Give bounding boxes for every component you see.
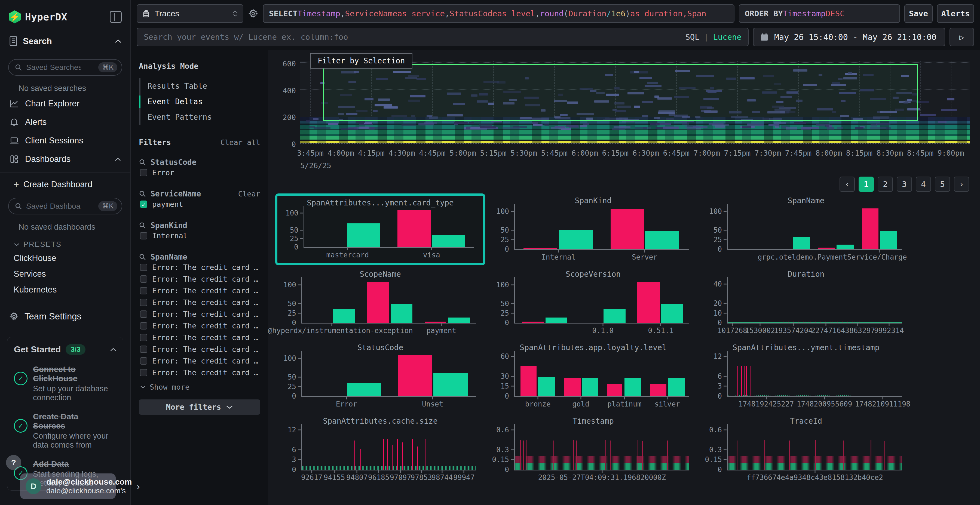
- alerts-button[interactable]: Alerts: [937, 4, 974, 23]
- checkbox[interactable]: [140, 346, 147, 353]
- mini-chart-timestamp[interactable]: Timestamp00.150.30.62025-05-27T04:09:31.…: [488, 414, 698, 486]
- spike: [554, 440, 554, 470]
- mini-chart-trace-id[interactable]: TraceId00.150.30.6ff736674e4a9348c43e815…: [701, 414, 911, 486]
- presets-toggle[interactable]: PRESETS: [7, 233, 123, 250]
- more-filters-button[interactable]: More filters: [139, 399, 260, 414]
- preset-services[interactable]: Services: [7, 266, 123, 282]
- checkbox[interactable]: [140, 334, 147, 341]
- page-next-button[interactable]: ›: [954, 176, 969, 192]
- filter-group-name: SpanKind: [151, 221, 187, 230]
- mini-chart-loyalty-level[interactable]: SpanAttributes.app.loyalty.level0153060b…: [488, 340, 698, 412]
- tab-event-deltas[interactable]: Event Deltas: [140, 94, 260, 110]
- x-tick-label: 97853: [411, 473, 432, 481]
- search-icon: [139, 253, 146, 260]
- sidebar-item-client-sessions[interactable]: Client Sessions: [7, 132, 123, 150]
- mini-chart-scope-name[interactable]: ScopeName02550100@hyperdx/instrumentatio…: [275, 267, 485, 339]
- save-button[interactable]: Save: [904, 4, 932, 23]
- filter-option-Error: The credit card …[interactable]: Error: The credit card …: [139, 285, 260, 297]
- checkbox[interactable]: [140, 169, 147, 176]
- selection-overlay[interactable]: [323, 64, 918, 121]
- mini-chart-status-code[interactable]: StatusCode02550100ErrorUnset: [275, 340, 485, 412]
- mini-chart-span-kind[interactable]: SpanKind02550100InternalServer: [488, 194, 698, 265]
- y-tick-mark: [724, 356, 727, 357]
- tab-results-table[interactable]: Results Table: [140, 78, 260, 94]
- event-search-bar[interactable]: SQL | Lucene: [137, 28, 749, 46]
- sql-query-input[interactable]: SELECT Timestamp, ServiceName as service…: [263, 4, 735, 23]
- preset-clickhouse[interactable]: ClickHouse: [7, 250, 123, 266]
- filter-option-Error: The credit card …[interactable]: Error: The credit card …: [139, 297, 260, 308]
- filter-option-Error: The credit card …[interactable]: Error: The credit card …: [139, 343, 260, 355]
- checkbox[interactable]: [140, 357, 147, 365]
- filter-option-Error: The credit card …[interactable]: Error: The credit card …: [139, 262, 260, 273]
- preset-kubernetes[interactable]: Kubernetes: [7, 282, 123, 298]
- checkbox[interactable]: [140, 322, 147, 329]
- sidebar-collapse-icon[interactable]: [110, 11, 122, 23]
- heatmap-plot[interactable]: [300, 61, 970, 144]
- checkbox[interactable]: [140, 275, 147, 283]
- mini-chart-scope-version[interactable]: ScopeVersion025501000.1.00.51.1: [488, 267, 698, 339]
- mini-chart-cache-size[interactable]: SpanAttributes.cache.size036129261794155…: [275, 414, 485, 486]
- sidebar-item-team-settings[interactable]: Team Settings: [7, 298, 123, 324]
- event-search-input[interactable]: [144, 32, 680, 41]
- language-lucene-option[interactable]: Lucene: [713, 32, 741, 41]
- filter-option-Internal[interactable]: Internal: [139, 230, 260, 241]
- page-button-1[interactable]: 1: [859, 176, 874, 192]
- filter-option-Error: The credit card …[interactable]: Error: The credit card …: [139, 273, 260, 285]
- date-range-picker[interactable]: May 26 15:40:00 - May 26 21:10:00: [753, 28, 945, 46]
- chevron-up-icon[interactable]: [115, 157, 121, 161]
- filter-option-Error: The credit card …[interactable]: Error: The credit card …: [139, 332, 260, 343]
- filter-option-label: Error: The credit card …: [152, 310, 258, 318]
- filter-option-Error: The credit card …[interactable]: Error: The credit card …: [139, 320, 260, 332]
- source-select[interactable]: Traces: [137, 4, 243, 23]
- chevron-up-icon[interactable]: [110, 348, 116, 351]
- clear-all-button[interactable]: Clear all: [221, 138, 260, 147]
- order-by-input[interactable]: ORDER BY Timestamp DESC: [739, 4, 900, 23]
- checkbox[interactable]: [140, 200, 147, 208]
- filter-option-Error: The credit card …[interactable]: Error: The credit card …: [139, 355, 260, 367]
- filter-option-payment[interactable]: payment: [139, 199, 260, 210]
- checkbox[interactable]: [140, 299, 147, 306]
- user-menu[interactable]: D dale@clickhouse.com dale@clickhouse.co…: [20, 473, 116, 499]
- x-tick-label: 5:00pm: [449, 149, 476, 157]
- saved-searches-search[interactable]: ⌘K: [8, 59, 122, 76]
- heatmap-cell: [920, 114, 935, 116]
- checkbox[interactable]: [140, 287, 147, 294]
- saved-dashboards-input[interactable]: [26, 202, 81, 211]
- page-prev-button[interactable]: ‹: [840, 176, 855, 192]
- page-button-2[interactable]: 2: [878, 176, 893, 192]
- mini-chart-duration[interactable]: Duration01020401017268153000219357420422…: [701, 267, 911, 339]
- sidebar-item-search[interactable]: Search: [7, 25, 123, 52]
- saved-dashboards-search[interactable]: ⌘K: [8, 198, 122, 214]
- filter-clear-button[interactable]: Clear: [238, 190, 260, 198]
- checkbox[interactable]: [140, 264, 147, 271]
- page-button-4[interactable]: 4: [916, 176, 931, 192]
- source-settings-gear-icon[interactable]: [248, 4, 259, 23]
- saved-searches-input[interactable]: [26, 63, 81, 72]
- filter-by-selection-button[interactable]: Filter by Selection: [310, 53, 412, 68]
- avatar: D: [25, 478, 41, 494]
- filter-option-Error: The credit card …[interactable]: Error: The credit card …: [139, 367, 260, 378]
- tab-event-patterns[interactable]: Event Patterns: [140, 110, 260, 125]
- sidebar-item-chart-explorer[interactable]: Chart Explorer: [7, 94, 123, 113]
- filter-option-Error[interactable]: Error: [139, 167, 260, 178]
- get-started-step[interactable]: ✓ Connect to ClickHouse Set up your data…: [14, 365, 116, 402]
- language-sql-option[interactable]: SQL: [685, 32, 699, 41]
- filter-option-Error: The credit card …[interactable]: Error: The credit card …: [139, 308, 260, 320]
- checkbox[interactable]: [140, 232, 147, 240]
- page-button-5[interactable]: 5: [935, 176, 950, 192]
- page-button-3[interactable]: 3: [897, 176, 912, 192]
- sidebar-item-alerts[interactable]: Alerts: [7, 113, 123, 132]
- run-query-button[interactable]: ▷: [950, 28, 974, 46]
- get-started-step[interactable]: ✓ Create Data Sources Configure where yo…: [14, 412, 116, 449]
- mini-chart-payment-timestamp[interactable]: SpanAttributes...yment.timestamp03612174…: [701, 340, 911, 412]
- create-dashboard-button[interactable]: + Create Dashboard: [7, 173, 123, 191]
- show-more-button[interactable]: Show more: [140, 383, 260, 391]
- chevron-up-icon[interactable]: [115, 39, 122, 43]
- mini-chart-span-name[interactable]: SpanName02550100grpc.oteldemo.PaymentSer…: [701, 194, 911, 265]
- checkbox[interactable]: [140, 369, 147, 376]
- checkbox[interactable]: [140, 310, 147, 318]
- mini-chart-card-type[interactable]: SpanAttributes...yment.card_type02550100…: [275, 194, 485, 265]
- sidebar-item-dashboards[interactable]: Dashboards: [7, 150, 123, 168]
- filter-option-label: Error: The credit card …: [152, 263, 258, 272]
- help-button[interactable]: ?: [6, 455, 21, 470]
